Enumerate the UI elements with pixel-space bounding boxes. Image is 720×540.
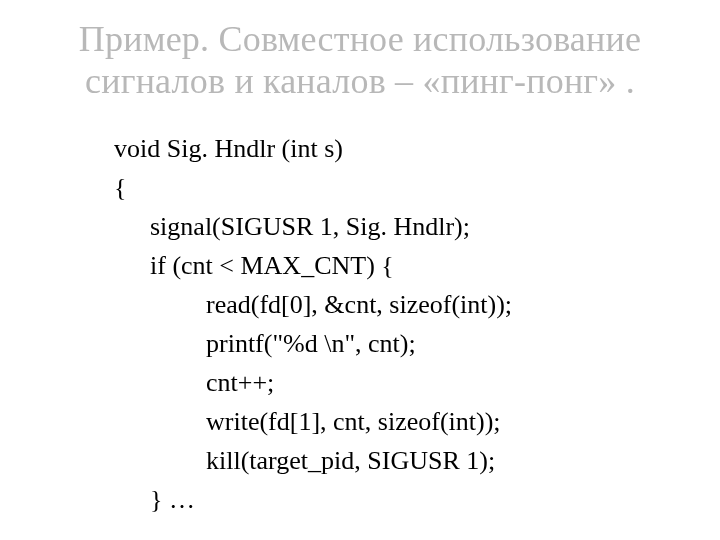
code-line: kill(target_pid, SIGUSR 1); <box>114 441 692 480</box>
code-line: cnt++; <box>114 363 692 402</box>
code-line: printf("%d \n", cnt); <box>114 324 692 363</box>
code-line: write(fd[1], cnt, sizeof(int)); <box>114 402 692 441</box>
code-line: } … <box>114 480 692 519</box>
code-line: { <box>114 168 692 207</box>
code-line: if (cnt < MAX_CNT) { <box>114 246 692 285</box>
slide: Пример. Совместное использование сигнало… <box>0 0 720 540</box>
slide-title: Пример. Совместное использование сигнало… <box>28 18 692 103</box>
code-line: signal(SIGUSR 1, Sig. Hndlr); <box>114 207 692 246</box>
code-line: void Sig. Hndlr (int s) <box>114 129 692 168</box>
code-line: read(fd[0], &cnt, sizeof(int)); <box>114 285 692 324</box>
code-block: void Sig. Hndlr (int s) { signal(SIGUSR … <box>28 129 692 519</box>
